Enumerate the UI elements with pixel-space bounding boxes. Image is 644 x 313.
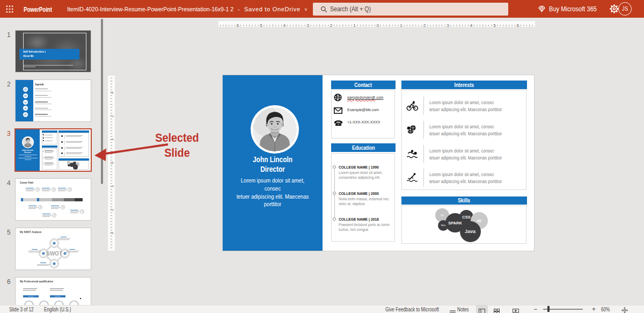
svg-text:2: 2	[109, 115, 114, 118]
svg-text:5: 5	[493, 23, 496, 28]
svg-text:4: 4	[470, 23, 473, 28]
svg-text:SWOT: SWOT	[46, 251, 62, 257]
svg-text:3: 3	[306, 23, 309, 28]
svg-text:6: 6	[517, 23, 519, 28]
svg-text:2: 2	[330, 23, 333, 28]
svg-text:5: 5	[260, 23, 262, 28]
svg-text:2: 2	[109, 208, 114, 211]
svg-text:1: 1	[109, 185, 114, 187]
svg-text:0: 0	[377, 23, 379, 28]
svg-text:2: 2	[423, 23, 426, 28]
svg-text:3: 3	[447, 23, 449, 28]
svg-text:3: 3	[109, 232, 114, 235]
svg-text:1: 1	[353, 23, 356, 28]
svg-text:3: 3	[109, 91, 114, 94]
svg-text:4: 4	[283, 23, 286, 28]
svg-text:6: 6	[237, 23, 239, 28]
svg-text:1: 1	[400, 23, 402, 28]
